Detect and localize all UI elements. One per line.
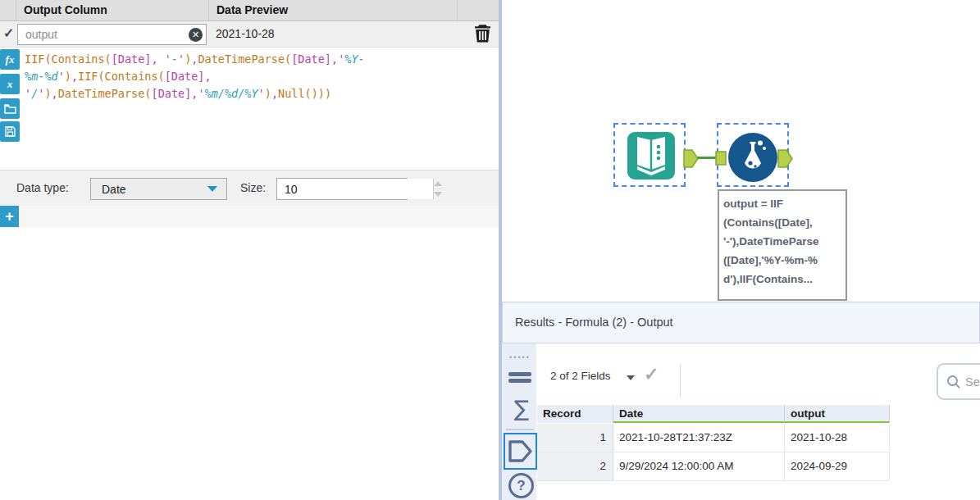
size-label: Size: xyxy=(240,181,266,194)
size-input[interactable] xyxy=(277,179,433,199)
table-cell[interactable]: 2021-10-28T21:37:23Z xyxy=(613,424,785,452)
data-type-dropdown[interactable]: Date xyxy=(90,178,227,200)
saved-expressions-button[interactable] xyxy=(0,98,20,119)
search-input[interactable] xyxy=(965,375,980,389)
clear-field-icon[interactable]: ✕ xyxy=(189,28,203,42)
search-box xyxy=(937,363,980,400)
data-view-icon xyxy=(508,439,533,463)
formula-field-row[interactable]: ✓ ✕ 2021-10-28 xyxy=(0,21,499,48)
output-column-header: Output Column xyxy=(16,0,209,20)
arrow-down-icon xyxy=(434,192,442,197)
columns-constants-button[interactable]: x xyxy=(0,74,20,94)
annotation-text: output = IIF(Contains([Date],'-'),DateTi… xyxy=(723,194,841,289)
data-type-label: Data type: xyxy=(16,181,69,194)
actions-header-cell xyxy=(458,0,499,20)
output-field-input-wrap: ✕ xyxy=(17,24,207,45)
functions-icon: fx xyxy=(6,53,15,66)
add-output-column-button[interactable]: + xyxy=(0,206,19,227)
formula-tool-input-anchor[interactable] xyxy=(715,151,727,166)
chevron-down-icon xyxy=(207,186,217,192)
save-icon xyxy=(5,126,16,137)
expression-line: '/'),DateTimeParse([Date],'%m/%d/%Y'),Nu… xyxy=(25,85,497,102)
record-number-cell[interactable]: 1 xyxy=(537,424,613,452)
check-icon: ✓ xyxy=(644,364,659,385)
chevron-down-icon[interactable] xyxy=(627,375,635,380)
columns-icon: x xyxy=(7,78,13,91)
rows-icon xyxy=(508,372,531,383)
trash-icon xyxy=(474,24,491,43)
column-header-output[interactable]: output xyxy=(785,405,890,423)
table-cell[interactable]: 2021-10-28 xyxy=(785,424,890,452)
folder-icon xyxy=(4,104,16,114)
delete-expression-button[interactable] xyxy=(472,24,492,45)
data-preview-header: Data Preview xyxy=(209,0,458,20)
tool-annotation[interactable]: output = IIF(Contains([Date],'-'),DateTi… xyxy=(718,189,847,301)
table-row[interactable]: 12021-10-28T21:37:23Z2021-10-28 xyxy=(537,424,890,452)
formula-tool-icon[interactable] xyxy=(728,133,777,182)
results-title: Results - Formula (2) - Output xyxy=(515,316,673,329)
input-data-tool-icon[interactable] xyxy=(627,132,676,180)
question-icon: ? xyxy=(517,478,525,493)
stepper-down-button[interactable] xyxy=(434,189,442,199)
formula-grid-header: Output Column Data Preview xyxy=(0,0,499,21)
fields-summary-dropdown[interactable]: 2 of 2 Fields xyxy=(550,370,611,382)
size-field-wrap xyxy=(276,178,408,200)
results-header-bar: Results - Formula (2) - Output xyxy=(502,302,980,343)
data-preview-value: 2021-10-28 xyxy=(216,27,275,40)
expression-editor[interactable]: IIF(Contains([Date], '-'),DateTimeParse(… xyxy=(25,51,497,102)
help-button[interactable]: ? xyxy=(508,473,534,498)
record-number-cell[interactable]: 2 xyxy=(537,452,613,480)
results-table-header: RecordDateoutput xyxy=(537,405,890,423)
add-column-row: + xyxy=(0,206,499,228)
cell-viewer-button[interactable] xyxy=(508,369,531,389)
search-icon xyxy=(946,375,961,389)
sidebar-divider xyxy=(506,429,534,430)
field-options-row: Data type: Date Size: xyxy=(0,170,499,206)
results-table-body: 12021-10-28T21:37:23Z2021-10-2829/29/202… xyxy=(537,424,890,481)
table-row[interactable]: 29/29/2024 12:00:00 AM2024-09-29 xyxy=(537,452,890,481)
sigma-icon: ∑ xyxy=(514,396,529,421)
toolbar-divider xyxy=(680,365,681,398)
gutter-header-cell xyxy=(0,0,16,20)
column-header-date[interactable]: Date xyxy=(613,405,785,423)
alteryx-designer-window: Output Column Data Preview ✓ ✕ 2021-10-2… xyxy=(0,0,980,500)
formula-tool-output-anchor[interactable] xyxy=(777,149,794,168)
drag-grip-icon[interactable]: ••••• xyxy=(505,353,535,361)
field-valid-icon: ✓ xyxy=(3,25,14,41)
column-header-record[interactable]: Record xyxy=(537,405,613,423)
size-stepper xyxy=(433,179,442,199)
expression-line: %m-%d'),IIF(Contains([Date], xyxy=(25,68,497,85)
table-cell[interactable]: 9/29/2024 12:00:00 AM xyxy=(613,452,785,480)
metadata-view-button[interactable]: ∑ xyxy=(508,395,535,423)
data-view-button[interactable] xyxy=(504,433,537,470)
data-type-value: Date xyxy=(91,183,207,196)
save-expression-button[interactable] xyxy=(0,121,20,142)
expression-line: IIF(Contains([Date], '-'),DateTimeParse(… xyxy=(25,51,497,68)
table-cell[interactable]: 2024-09-29 xyxy=(785,452,890,480)
output-field-input[interactable] xyxy=(18,28,189,41)
arrow-up-icon xyxy=(434,181,442,186)
functions-button[interactable]: fx xyxy=(0,49,20,70)
stepper-up-button[interactable] xyxy=(434,179,442,189)
